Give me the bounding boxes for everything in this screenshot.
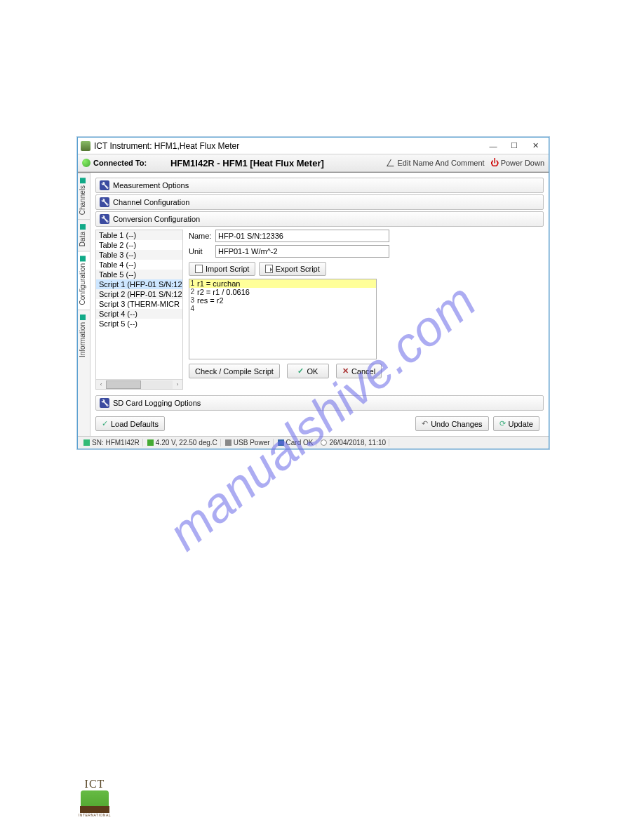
tab-indicator-icon xyxy=(80,224,86,230)
name-input[interactable] xyxy=(215,230,389,242)
unit-label: Unit xyxy=(189,247,215,256)
list-item[interactable]: Table 1 (--) xyxy=(96,230,182,240)
maximize-button[interactable]: ☐ xyxy=(504,138,525,154)
tab-indicator-icon xyxy=(80,178,86,183)
script-line[interactable]: 1r1 = curchan xyxy=(189,279,376,288)
connected-to-label: Connected To: xyxy=(93,159,147,167)
check-compile-button[interactable]: Check / Compile Script xyxy=(189,364,280,378)
wrench-icon xyxy=(100,180,109,190)
ict-logo: ICT INTERNATIONAL xyxy=(77,778,112,817)
connection-status-icon xyxy=(82,159,90,167)
tab-indicator-icon xyxy=(80,256,86,261)
side-tab-bar: Channels Data Configuration Information xyxy=(78,173,90,436)
scroll-left-icon[interactable]: ‹ xyxy=(96,380,106,390)
script-line[interactable]: 3res = r2 xyxy=(189,296,376,305)
tab-indicator-icon xyxy=(80,315,86,320)
export-script-button[interactable]: Export Script xyxy=(259,262,326,276)
window-title: ICT Instrument: HFM1,Heat Flux Meter xyxy=(94,141,239,151)
card-icon xyxy=(278,439,284,446)
tab-information[interactable]: Information xyxy=(78,310,90,362)
accordion-sd-logging[interactable]: SD Card Logging Options xyxy=(95,395,544,411)
status-usb: USB Power xyxy=(234,439,270,446)
document-icon xyxy=(195,265,203,273)
horizontal-scrollbar[interactable]: ‹ › xyxy=(96,379,182,389)
titlebar: ICT Instrument: HFM1,Heat Flux Meter — ☐… xyxy=(78,138,549,154)
status-battery: 4.20 V, 22.50 deg.C xyxy=(156,439,217,446)
app-window: ICT Instrument: HFM1,Heat Flux Meter — ☐… xyxy=(77,137,549,449)
document-export-icon xyxy=(265,265,273,273)
list-item[interactable]: Table 5 (--) xyxy=(96,270,182,279)
usb-icon xyxy=(225,439,232,446)
update-button[interactable]: ⟳Update xyxy=(493,416,539,431)
close-button[interactable]: ✕ xyxy=(525,138,546,154)
list-item[interactable]: Script 5 (--) xyxy=(96,319,182,329)
list-item[interactable]: Script 1 (HFP-01 S/N:12 xyxy=(96,279,182,289)
cancel-button[interactable]: ✕Cancel xyxy=(336,364,382,378)
undo-icon: ↶ xyxy=(422,419,428,428)
power-down-button[interactable]: ⏻Power Down xyxy=(490,158,544,168)
power-icon: ⏻ xyxy=(490,158,499,168)
list-item[interactable]: Script 3 (THERM-MICR xyxy=(96,299,182,309)
list-item[interactable]: Table 4 (--) xyxy=(96,260,182,270)
check-icon: ✓ xyxy=(297,366,304,376)
unit-input[interactable] xyxy=(215,245,389,258)
script-editor[interactable]: 1r1 = curchan2r2 = r1 / 0.06163res = r24 xyxy=(189,279,377,359)
script-line[interactable]: 2r2 = r1 / 0.0616 xyxy=(189,288,376,296)
list-item[interactable]: Table 2 (--) xyxy=(96,240,182,250)
list-item[interactable]: Script 2 (HFP-01 S/N:12 xyxy=(96,289,182,299)
status-bar: SN: HFM1I42R 4.20 V, 22.50 deg.C USB Pow… xyxy=(78,436,549,449)
status-time: 26/04/2018, 11:10 xyxy=(329,439,386,446)
minimize-button[interactable]: — xyxy=(483,138,504,154)
configuration-panel: Measurement Options Channel Configuratio… xyxy=(90,173,549,436)
edit-name-button[interactable]: Edit Name And Comment xyxy=(389,159,485,167)
battery-icon xyxy=(147,439,154,446)
wrench-icon xyxy=(100,197,109,207)
load-defaults-button[interactable]: ✓Load Defaults xyxy=(95,416,165,431)
accordion-measurement-options[interactable]: Measurement Options xyxy=(95,178,544,193)
list-item[interactable]: Script 4 (--) xyxy=(96,309,182,319)
undo-changes-button[interactable]: ↶Undo Changes xyxy=(415,416,488,431)
accordion-conversion-configuration[interactable]: Conversion Configuration xyxy=(95,211,544,227)
tab-channels[interactable]: Channels xyxy=(78,173,90,219)
pencil-icon xyxy=(387,159,398,166)
status-sn-icon xyxy=(83,439,90,446)
status-sn: SN: HFM1I42R xyxy=(92,439,140,446)
wrench-icon xyxy=(100,398,109,408)
list-item[interactable]: Table 3 (--) xyxy=(96,250,182,260)
scroll-thumb[interactable] xyxy=(106,380,141,389)
x-icon: ✕ xyxy=(342,366,349,376)
tab-configuration[interactable]: Configuration xyxy=(78,251,90,309)
scroll-right-icon[interactable]: › xyxy=(173,380,182,390)
script-line[interactable]: 4 xyxy=(189,305,376,312)
script-table-list: Table 1 (--)Table 2 (--)Table 3 (--)Tabl… xyxy=(95,230,183,390)
app-icon xyxy=(81,141,90,151)
check-icon: ✓ xyxy=(102,419,108,428)
connection-toolbar: Connected To: HFM1I42R - HFM1 [Heat Flux… xyxy=(78,154,549,172)
tab-data[interactable]: Data xyxy=(78,219,90,251)
clock-icon xyxy=(321,439,327,446)
refresh-icon: ⟳ xyxy=(499,419,506,428)
wrench-icon xyxy=(100,214,109,224)
name-label: Name: xyxy=(189,232,215,240)
device-title: HFM1I42R - HFM1 [Heat Flux Meter] xyxy=(154,158,382,168)
import-script-button[interactable]: Import Script xyxy=(189,262,255,276)
ok-button[interactable]: ✓OK xyxy=(287,364,329,378)
accordion-channel-configuration[interactable]: Channel Configuration xyxy=(95,194,544,210)
status-card: Card OK xyxy=(286,439,314,446)
